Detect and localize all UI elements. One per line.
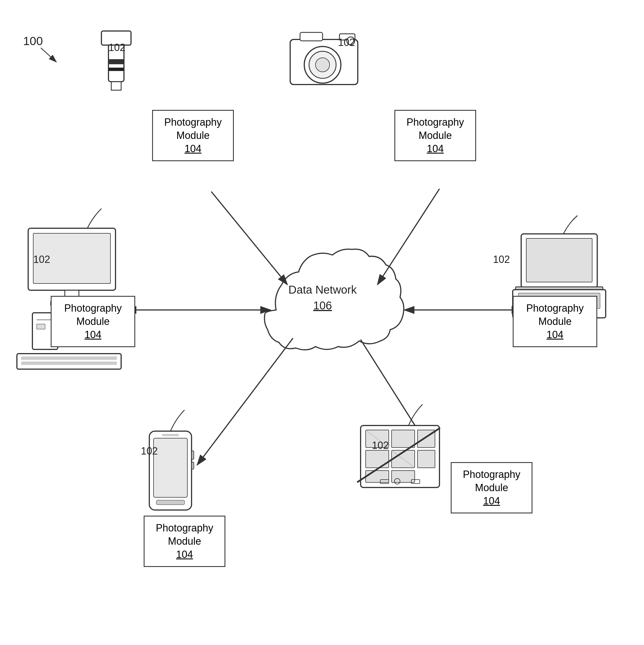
device-flash bbox=[101, 31, 131, 90]
ref-label-mid-right: 102 bbox=[493, 254, 510, 265]
svg-rect-4 bbox=[111, 82, 121, 90]
svg-rect-20 bbox=[37, 324, 45, 329]
svg-rect-6 bbox=[109, 68, 124, 71]
module-box-bot-right: Photography Module 104 bbox=[451, 462, 532, 513]
svg-rect-25 bbox=[526, 238, 592, 282]
module-box-bot-left: Photography Module 104 bbox=[144, 516, 225, 567]
svg-rect-23 bbox=[21, 362, 117, 365]
svg-rect-38 bbox=[392, 430, 415, 447]
arrow-top-right-to-cloud bbox=[378, 189, 439, 284]
svg-rect-42 bbox=[418, 450, 435, 468]
svg-rect-33 bbox=[162, 434, 179, 436]
ref-label-mid-left: 102 bbox=[33, 254, 50, 265]
svg-rect-31 bbox=[154, 438, 187, 497]
data-network-label: Data Network 106 bbox=[282, 282, 364, 313]
svg-rect-34 bbox=[192, 451, 194, 459]
arrow-top-left-to-cloud bbox=[211, 192, 287, 284]
module-box-mid-right: Photography Module 104 bbox=[513, 296, 597, 347]
svg-rect-35 bbox=[192, 462, 194, 469]
ref-label-bot-right: 102 bbox=[372, 440, 389, 451]
module-box-mid-left: Photography Module 104 bbox=[51, 296, 135, 347]
svg-rect-40 bbox=[366, 450, 389, 468]
device-tablet bbox=[358, 404, 439, 487]
ref-label-top-left: 102 bbox=[109, 42, 126, 53]
module-box-top-right: Photography Module 104 bbox=[394, 110, 476, 161]
svg-rect-22 bbox=[21, 357, 117, 360]
svg-rect-32 bbox=[156, 500, 185, 505]
module-box-top-left: Photography Module 104 bbox=[152, 110, 234, 161]
svg-rect-11 bbox=[300, 32, 323, 41]
diagram-container: 100 Photography Module 104 Photography M… bbox=[0, 0, 644, 645]
svg-rect-5 bbox=[109, 59, 124, 64]
ref-label-bot-left: 102 bbox=[141, 445, 158, 457]
label-100: 100 bbox=[23, 34, 43, 48]
arrow-cloud-to-bot-left bbox=[197, 338, 293, 465]
arrow-100 bbox=[41, 48, 56, 62]
svg-rect-21 bbox=[17, 354, 121, 369]
device-smartphone bbox=[149, 410, 194, 510]
ref-label-top-right: 102 bbox=[338, 37, 355, 48]
svg-rect-43 bbox=[366, 471, 389, 482]
svg-point-10 bbox=[315, 58, 330, 72]
